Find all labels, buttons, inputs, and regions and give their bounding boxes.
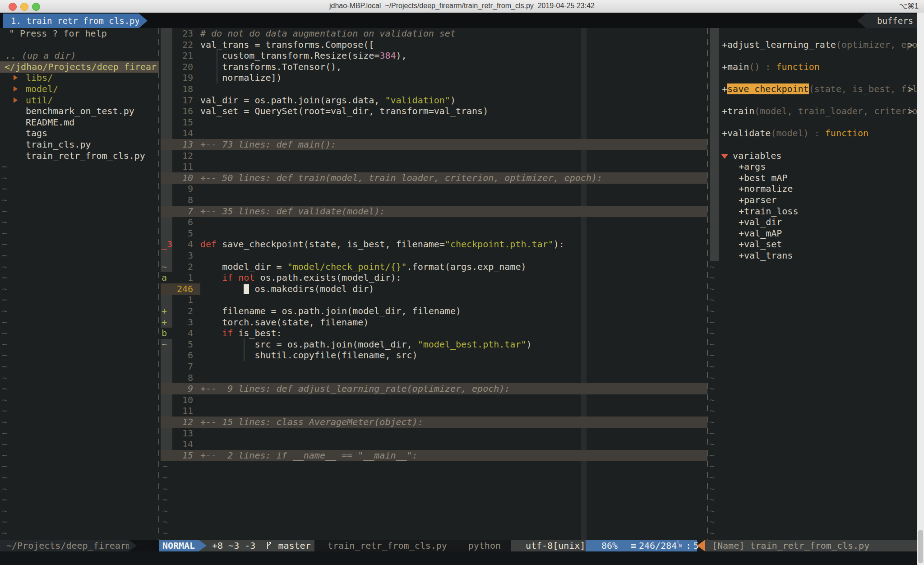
empty-line-tilde: ~ bbox=[2, 339, 7, 350]
empty-line-tilde: ~ bbox=[2, 405, 7, 417]
code-line[interactable]: ~2 model_dir = "model/check_point/{}".fo… bbox=[161, 261, 707, 273]
tab-train-retr-from-cls[interactable]: 1. train_retr_from_cls.py bbox=[3, 14, 139, 28]
line-number: 23 bbox=[167, 28, 193, 39]
code-line[interactable]: 1 bbox=[161, 294, 707, 306]
code-line[interactable]: 246 os.makedirs(model_dir) bbox=[161, 283, 707, 295]
code-line[interactable]: 11 bbox=[161, 405, 707, 417]
tag-item[interactable]: +val_dir bbox=[709, 217, 917, 228]
code-line[interactable]: 13 bbox=[161, 428, 707, 439]
tree-dir-item[interactable]: util/ bbox=[0, 95, 159, 106]
empty-line-tilde: ~ bbox=[2, 383, 7, 394]
code-line[interactable]: 14 bbox=[161, 439, 707, 450]
tree-root[interactable]: ></jdhao/Projects/deep_firear bbox=[0, 61, 159, 73]
line-number: 11 bbox=[167, 405, 193, 417]
tag-item[interactable]: +normalize bbox=[709, 183, 917, 195]
code-line[interactable]: b4 if is_best: bbox=[161, 328, 707, 339]
fold-line[interactable]: 10+-- 50 lines: def train(model, train_l… bbox=[161, 172, 707, 184]
fold-open-icon[interactable] bbox=[721, 154, 728, 159]
code-line[interactable]: +2 filename = os.path.join(model_dir, fi… bbox=[161, 306, 707, 317]
code-line[interactable]: ~5 src = os.path.join(model_dir, "model_… bbox=[161, 339, 707, 350]
code-line[interactable]: 6 bbox=[161, 217, 707, 228]
code-line[interactable]: 21 custom_transform.Resize(size=384), bbox=[161, 50, 707, 61]
empty-line-tilde: ~ bbox=[709, 417, 715, 428]
empty-line-tilde: ~ bbox=[162, 516, 168, 528]
line-number: 9 bbox=[167, 183, 193, 195]
tag-item[interactable]: +save_checkpoint(state, is_best, fil> bbox=[709, 83, 917, 95]
code-line[interactable]: 9 bbox=[161, 183, 707, 195]
tree-item[interactable]: train_cls.py bbox=[0, 139, 159, 150]
tree-item[interactable]: benchmark_on_test.py bbox=[0, 106, 159, 117]
code-line[interactable]: 15 bbox=[161, 117, 707, 128]
tag-item[interactable]: +adjust_learning_rate(optimizer, epo> bbox=[709, 39, 917, 51]
dir-collapsed-arrow-icon[interactable] bbox=[14, 97, 18, 103]
code-line[interactable]: 12 bbox=[161, 150, 707, 162]
empty-line-tilde: ~ bbox=[2, 328, 7, 339]
fold-line[interactable]: 15+-- 2 lines: if __name__ == "__main__"… bbox=[161, 450, 707, 461]
fold-line[interactable]: 13+-- 73 lines: def main(): bbox=[161, 139, 707, 150]
code-line[interactable]: 3 bbox=[161, 250, 707, 261]
tree-dir-item[interactable]: libs/ bbox=[0, 72, 159, 83]
code-line[interactable]: a1 if not os.path.exists(model_dir): bbox=[161, 272, 707, 283]
fold-line[interactable]: 9+-- 9 lines: def adjust_learning_rate(o… bbox=[161, 383, 707, 394]
code-line[interactable]: 17val_dir = os.path.join(args.data, "val… bbox=[161, 95, 707, 106]
tree-item[interactable]: tags bbox=[0, 128, 159, 139]
code-line[interactable]: 20 transforms.ToTensor(), bbox=[161, 61, 707, 73]
code-line[interactable]: 5 bbox=[161, 228, 707, 239]
tree-item[interactable]: " Press ? for help bbox=[0, 28, 159, 39]
tree-item[interactable]: README.md bbox=[0, 117, 159, 128]
tag-item[interactable]: +validate(model) : function bbox=[709, 128, 917, 139]
code-line[interactable]: 14 bbox=[161, 128, 707, 139]
tag-item[interactable]: +val_trans bbox=[709, 250, 917, 261]
dir-collapsed-arrow-icon[interactable] bbox=[14, 75, 18, 80]
line-number: 7 bbox=[167, 361, 193, 372]
tag-item[interactable]: +val_mAP bbox=[709, 228, 917, 239]
scrollbar-track[interactable] bbox=[917, 13, 924, 565]
code-line[interactable]: 23# do not do data augmentation on valid… bbox=[161, 28, 707, 39]
code-line[interactable]: 18 bbox=[161, 83, 707, 95]
fold-line[interactable]: 12+-- 15 lines: class AverageMeter(objec… bbox=[161, 417, 707, 428]
tag-item[interactable]: +train(model, train_loader, criterio> bbox=[709, 106, 917, 117]
code-line[interactable]: 22val_trans = transforms.Compose([ bbox=[161, 39, 707, 51]
code-line[interactable]: 11 bbox=[161, 161, 707, 172]
empty-line-tilde: ~ bbox=[2, 394, 7, 406]
dir-collapsed-arrow-icon[interactable] bbox=[14, 86, 18, 92]
tag-item[interactable]: +val_set bbox=[709, 239, 917, 250]
scrollbar-thumb[interactable] bbox=[918, 530, 923, 563]
empty-line-tilde: ~ bbox=[2, 183, 7, 195]
line-number: 5 bbox=[167, 228, 193, 239]
code-line[interactable]: 8 bbox=[161, 372, 707, 384]
tag-item[interactable]: +best_mAP bbox=[709, 172, 917, 184]
empty-line-tilde: ~ bbox=[162, 505, 168, 517]
line-number: 6 bbox=[167, 217, 193, 228]
tag-kind-variables[interactable]: variables bbox=[709, 150, 917, 162]
empty-line-tilde: ~ bbox=[2, 195, 7, 206]
tag-item[interactable]: +train_loss bbox=[709, 206, 917, 217]
line-number: 13 bbox=[167, 139, 193, 150]
command-line[interactable] bbox=[0, 551, 917, 565]
code-line[interactable]: +3 torch.save(state, filename) bbox=[161, 317, 707, 328]
empty-line-tilde: ~ bbox=[162, 528, 168, 539]
tree-item[interactable]: .. (up a dir) bbox=[0, 50, 159, 61]
empty-line-tilde: ~ bbox=[709, 283, 715, 295]
empty-line-tilde: ~ bbox=[709, 383, 715, 394]
hotkey-indicator: ⌥⌘1 bbox=[899, 2, 919, 10]
line-number: 6 bbox=[167, 350, 193, 361]
code-line[interactable]: 16val_set = QuerySet(root=val_dir, trans… bbox=[161, 106, 707, 117]
code-line[interactable]: 19 normalize]) bbox=[161, 72, 707, 83]
code-line[interactable]: 10 bbox=[161, 394, 707, 406]
empty-line-tilde: ~ bbox=[2, 461, 7, 472]
tag-item[interactable]: +parser bbox=[709, 195, 917, 206]
tree-item[interactable]: train_retr_from_cls.py bbox=[0, 150, 159, 162]
code-line[interactable]: _34def save_checkpoint(state, is_best, f… bbox=[161, 239, 707, 250]
code-line[interactable]: 8 bbox=[161, 195, 707, 206]
tag-item[interactable]: +args bbox=[709, 161, 917, 172]
tree-dir-item[interactable]: model/ bbox=[0, 83, 159, 95]
code-line[interactable]: 7 bbox=[161, 361, 707, 372]
tag-item[interactable]: +main() : function bbox=[709, 61, 917, 73]
code-line[interactable]: 6 shutil.copyfile(filename, src) bbox=[161, 350, 707, 361]
tab-arrow-separator bbox=[139, 14, 148, 28]
line-number: 15 bbox=[167, 117, 193, 128]
fold-line[interactable]: 7+-- 35 lines: def validate(model): bbox=[161, 206, 707, 217]
git-branch-icon bbox=[265, 541, 273, 550]
line-number: 12 bbox=[167, 417, 193, 428]
